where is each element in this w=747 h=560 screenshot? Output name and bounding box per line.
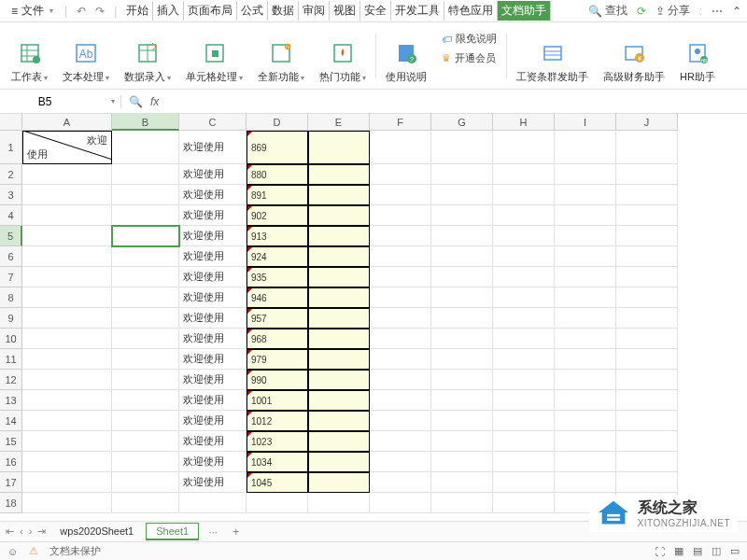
cell-A10[interactable] — [22, 329, 112, 349]
cell-C16[interactable]: 欢迎使用 — [179, 452, 247, 472]
cell-J13[interactable] — [616, 390, 678, 411]
ribbon-small-crown[interactable]: ♛开通会员 — [442, 51, 497, 65]
row-header-7[interactable]: 7 — [0, 267, 22, 287]
more-icon[interactable]: ⋯ — [712, 5, 723, 18]
cell-E6[interactable] — [308, 246, 370, 267]
view-expand-icon[interactable]: ⛶ — [655, 546, 665, 557]
row-header-16[interactable]: 16 — [0, 452, 22, 472]
cell-B4[interactable] — [112, 205, 179, 226]
cell-I6[interactable] — [555, 246, 616, 267]
cell-I17[interactable] — [555, 472, 616, 493]
cell-F2[interactable] — [370, 164, 431, 185]
file-menu[interactable]: ≡ 文件 ▾ — [6, 1, 59, 21]
cell-J14[interactable] — [616, 411, 678, 431]
cell-I5[interactable] — [555, 226, 616, 246]
ribbon-tab-1[interactable]: 插入 — [153, 1, 184, 21]
cell-J16[interactable] — [616, 452, 678, 472]
name-box[interactable]: ▾ — [0, 95, 121, 108]
cell-H11[interactable] — [493, 349, 555, 370]
cell-F18[interactable] — [370, 493, 431, 513]
select-all-corner[interactable] — [0, 114, 22, 131]
chevron-down-icon[interactable]: ▾ — [111, 97, 115, 105]
cell-F10[interactable] — [370, 329, 431, 349]
cell-G1[interactable] — [431, 131, 493, 164]
cell-D14[interactable]: 1012 — [247, 411, 308, 431]
row-header-3[interactable]: 3 — [0, 185, 22, 205]
cell-E10[interactable] — [308, 329, 370, 349]
undo-icon[interactable]: ↶ — [73, 5, 90, 18]
cell-D13[interactable]: 1001 — [247, 390, 308, 411]
ribbon-data-entry[interactable]: 数据录入▾ — [117, 28, 178, 84]
cell-H17[interactable] — [493, 472, 555, 493]
row-header-5[interactable]: 5 — [0, 226, 22, 246]
smile-icon[interactable]: ☺ — [7, 546, 18, 557]
cell-J5[interactable] — [616, 226, 678, 246]
cell-B11[interactable] — [112, 349, 179, 370]
cell-F5[interactable] — [370, 226, 431, 246]
cell-F16[interactable] — [370, 452, 431, 472]
cell-C2[interactable]: 欢迎使用 — [179, 164, 247, 185]
row-header-1[interactable]: 1 — [0, 131, 22, 164]
cell-F6[interactable] — [370, 246, 431, 267]
cell-C11[interactable]: 欢迎使用 — [179, 349, 247, 370]
cell-D8[interactable]: 946 — [247, 287, 308, 308]
cell-F12[interactable] — [370, 370, 431, 390]
cell-F7[interactable] — [370, 267, 431, 287]
row-header-4[interactable]: 4 — [0, 205, 22, 226]
cell-A17[interactable] — [22, 472, 112, 493]
ribbon-new[interactable]: N全新功能▾ — [250, 28, 312, 84]
col-header-A[interactable]: A — [22, 114, 112, 131]
cell-E8[interactable] — [308, 287, 370, 308]
cell-A9[interactable] — [22, 308, 112, 329]
sheet-last-icon[interactable]: ⇥ — [37, 525, 46, 538]
cell-I16[interactable] — [555, 452, 616, 472]
cell-H16[interactable] — [493, 452, 555, 472]
ribbon-tab-8[interactable]: 开发工具 — [391, 1, 444, 21]
cell-I4[interactable] — [555, 205, 616, 226]
cell-H5[interactable] — [493, 226, 555, 246]
cell-G4[interactable] — [431, 205, 493, 226]
cell-C9[interactable]: 欢迎使用 — [179, 308, 247, 329]
name-box-input[interactable] — [7, 95, 82, 108]
ribbon-help[interactable]: ?使用说明 — [378, 28, 434, 84]
cell-A2[interactable] — [22, 164, 112, 185]
cell-F9[interactable] — [370, 308, 431, 329]
cell-H12[interactable] — [493, 370, 555, 390]
cell-I8[interactable] — [555, 287, 616, 308]
cell-D16[interactable]: 1034 — [247, 452, 308, 472]
ribbon-tab-7[interactable]: 安全 — [360, 1, 391, 21]
cell-E12[interactable] — [308, 370, 370, 390]
cell-A14[interactable] — [22, 411, 112, 431]
cell-G7[interactable] — [431, 267, 493, 287]
cell-G9[interactable] — [431, 308, 493, 329]
cell-D15[interactable]: 1023 — [247, 431, 308, 452]
sheet-tab-0[interactable]: wps2020Sheet1 — [49, 523, 144, 540]
cell-E18[interactable] — [308, 493, 370, 513]
cell-B13[interactable] — [112, 390, 179, 411]
cell-C1[interactable]: 欢迎使用 — [179, 131, 247, 164]
cell-C12[interactable]: 欢迎使用 — [179, 370, 247, 390]
col-header-E[interactable]: E — [308, 114, 370, 131]
cell-C8[interactable]: 欢迎使用 — [179, 287, 247, 308]
cell-H13[interactable] — [493, 390, 555, 411]
cell-I11[interactable] — [555, 349, 616, 370]
cell-E2[interactable] — [308, 164, 370, 185]
cell-A15[interactable] — [22, 431, 112, 452]
ribbon-payroll[interactable]: 工资条群发助手 — [509, 28, 596, 84]
cell-F14[interactable] — [370, 411, 431, 431]
cell-I12[interactable] — [555, 370, 616, 390]
cell-B18[interactable] — [112, 493, 179, 513]
cell-H14[interactable] — [493, 411, 555, 431]
cell-H8[interactable] — [493, 287, 555, 308]
col-header-B[interactable]: B — [112, 114, 179, 131]
cell-E3[interactable] — [308, 185, 370, 205]
cell-J15[interactable] — [616, 431, 678, 452]
cell-A6[interactable] — [22, 246, 112, 267]
cell-D6[interactable]: 924 — [247, 246, 308, 267]
cell-I1[interactable] — [555, 131, 616, 164]
cell-I15[interactable] — [555, 431, 616, 452]
cell-B8[interactable] — [112, 287, 179, 308]
cell-D4[interactable]: 902 — [247, 205, 308, 226]
cell-F8[interactable] — [370, 287, 431, 308]
cell-E14[interactable] — [308, 411, 370, 431]
